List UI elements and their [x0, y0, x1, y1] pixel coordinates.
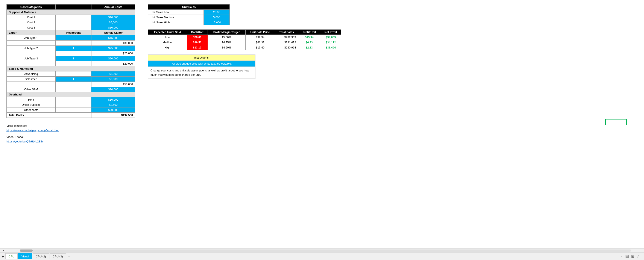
tab-cpu[interactable]: CPU — [5, 253, 18, 259]
officesupplied-col2 — [56, 102, 92, 107]
cost3-label: Cost 3 — [7, 25, 56, 30]
profit-high-profitunit: $2.23 — [298, 45, 320, 50]
officesupplied-row: Office Supplied $2,500 — [7, 102, 135, 107]
tab-add-button[interactable]: + — [66, 253, 72, 259]
unit-sales-high-row: Unit Sales High 15,000 — [148, 20, 230, 25]
officesupplied-label: Office Supplied — [7, 102, 56, 107]
labor-salary-header: Annual Salary — [92, 30, 135, 35]
profit-medium-totalsales: $231,672 — [275, 40, 298, 45]
jobtype3-annual-col2 — [56, 61, 92, 66]
profit-high-margin[interactable]: 14.50% — [208, 45, 245, 50]
unit-sales-low-value[interactable]: 2,500 — [204, 10, 230, 15]
jobtype3-headcount[interactable]: 1 — [56, 56, 92, 61]
jobtype1-annual-row: $30,000 — [7, 40, 135, 46]
othersm-label: Other S&M — [7, 87, 56, 92]
profit-high-netprofit: $33,494 — [320, 45, 341, 50]
profit-medium-costunit[interactable]: $39.50 — [187, 40, 208, 45]
selection-box — [605, 119, 627, 125]
tab-bar-right: ⋮ ▤ ⊞ ⤢ — [619, 254, 640, 259]
fullscreen-icon[interactable]: ⤢ — [636, 254, 640, 259]
jobtype1-row: Job Type 1 2 $15,000 — [7, 35, 135, 40]
scrollbar-track[interactable] — [20, 250, 631, 252]
unit-sales-title: Unit Sales — [148, 4, 230, 10]
more-templates-label: More Templates: — [6, 124, 135, 127]
profit-medium-margin[interactable]: 14.75% — [208, 40, 245, 45]
cost2-row: Cost 2 $5,000 — [7, 20, 135, 25]
unit-sales-high-label: Unit Sales High — [148, 20, 204, 25]
cost2-value[interactable]: $5,000 — [92, 20, 135, 25]
profit-col-profitunit: Profit/Unit — [298, 30, 320, 35]
othercosts-value[interactable]: $20,000 — [92, 107, 135, 113]
cost1-col2 — [56, 15, 92, 20]
video-tutorial-link[interactable]: https://youtu.be/Q5rHjNL23Sc — [6, 140, 44, 143]
tab-cpu3[interactable]: CPU (3) — [50, 253, 66, 259]
othercosts-label: Other costs — [7, 107, 56, 113]
cost2-col2 — [56, 20, 92, 25]
cost1-row: Cost 1 $10,000 — [7, 15, 135, 20]
salesmen-annual-value: $50,000 — [92, 82, 135, 87]
col-annual-costs: Annual Costs — [92, 4, 135, 10]
salesmen-annual-label — [7, 82, 56, 87]
salesmen-salary[interactable]: 50,000 — [92, 77, 135, 82]
jobtype2-annual-col2 — [56, 51, 92, 56]
jobtype2-headcount[interactable]: 1 — [56, 46, 92, 51]
rent-value[interactable]: $10,000 — [92, 97, 135, 102]
salesmen-headcount[interactable]: 1 — [56, 77, 92, 82]
profit-low-units: Low — [148, 35, 187, 40]
rent-label: Rent — [7, 97, 56, 102]
jobtype1-salary[interactable]: $15,000 — [92, 35, 135, 40]
video-tutorial-label: Video Tutorial: — [6, 135, 135, 139]
jobtype1-annual-value: $30,000 — [92, 40, 135, 46]
col-cost-categories: Cost Categories — [7, 4, 56, 10]
cost3-value[interactable]: $10,000 — [92, 25, 135, 30]
overhead-section-row: Overhead — [7, 92, 135, 97]
officesupplied-value[interactable]: $2,500 — [92, 102, 135, 107]
layout-icon[interactable]: ⊞ — [631, 254, 634, 259]
unit-sales-medium-row: Unit Sales Medium 5,000 — [148, 15, 230, 20]
jobtype2-salary[interactable]: $25,000 — [92, 46, 135, 51]
more-templates-link[interactable]: https://www.smarthelping.com/p/excel.htm… — [6, 129, 59, 132]
overhead-label: Overhead — [7, 92, 135, 97]
scrollbar-thumb[interactable] — [20, 250, 33, 252]
tab-visual[interactable]: Visual — [18, 253, 32, 259]
othercosts-row: Other costs $20,000 — [7, 107, 135, 113]
profit-low-netprofit: $34,853 — [320, 35, 341, 40]
labor-label: Labor — [7, 30, 56, 35]
tab-cpu2[interactable]: CPU (2) — [33, 253, 49, 259]
jobtype2-row: Job Type 2 1 $25,000 — [7, 46, 135, 51]
total-value: $197,500 — [92, 113, 135, 118]
tab-bar: ▶ CPU Visual CPU (2) CPU (3) + ⋮ ▤ ⊞ ⤢ — [0, 252, 644, 260]
scroll-left-arrow[interactable]: ◄ — [0, 249, 7, 252]
cost1-value[interactable]: $10,000 — [92, 15, 135, 20]
unit-sales-high-value[interactable]: 15,000 — [204, 20, 230, 25]
salesmarketing-label: Sales & Marketing — [7, 66, 135, 71]
profit-col-units: Expected Units Sold — [148, 30, 187, 35]
jobtype3-salary[interactable]: $20,000 — [92, 56, 135, 61]
dots-menu-icon[interactable]: ⋮ — [619, 254, 623, 259]
horizontal-scrollbar[interactable]: ◄ — [0, 249, 644, 252]
cost-table: Cost Categories Annual Costs Supplies & … — [6, 4, 135, 118]
unit-sales-medium-value[interactable]: 5,000 — [204, 15, 230, 20]
tab-nav-arrow[interactable]: ▶ — [2, 255, 4, 258]
othersm-value[interactable]: $10,000 — [92, 87, 135, 92]
salesmen-annual-col2 — [56, 82, 92, 87]
profit-medium-units: Medium — [148, 40, 187, 45]
jobtype1-label: Job Type 1 — [7, 35, 56, 40]
advertising-col2 — [56, 71, 92, 77]
supplies-label: Supplies & Materials — [7, 10, 135, 15]
jobtype2-label: Job Type 2 — [7, 46, 56, 51]
view-mode-icon[interactable]: ▤ — [625, 254, 629, 259]
profit-low-margin[interactable]: 15.00% — [208, 35, 245, 40]
profit-high-units: High — [148, 45, 187, 50]
salesmen-annual-row: $50,000 — [7, 82, 135, 87]
col-empty — [56, 4, 92, 10]
jobtype1-headcount[interactable]: 2 — [56, 35, 92, 40]
profit-low-costunit[interactable]: $79.00 — [187, 35, 208, 40]
profit-row-high: High $13.17 14.50% $15.40 $230,994 $2.23… — [148, 45, 341, 50]
jobtype2-annual-label — [7, 51, 56, 56]
advertising-value[interactable]: $5,000 — [92, 71, 135, 77]
profit-high-saleprice: $15.40 — [245, 45, 275, 50]
profit-row-low: Low $79.00 15.00% $92.94 $232,353 $13.94… — [148, 35, 341, 40]
profit-high-costunit[interactable]: $13.17 — [187, 45, 208, 50]
profit-high-totalsales: $230,994 — [275, 45, 298, 50]
